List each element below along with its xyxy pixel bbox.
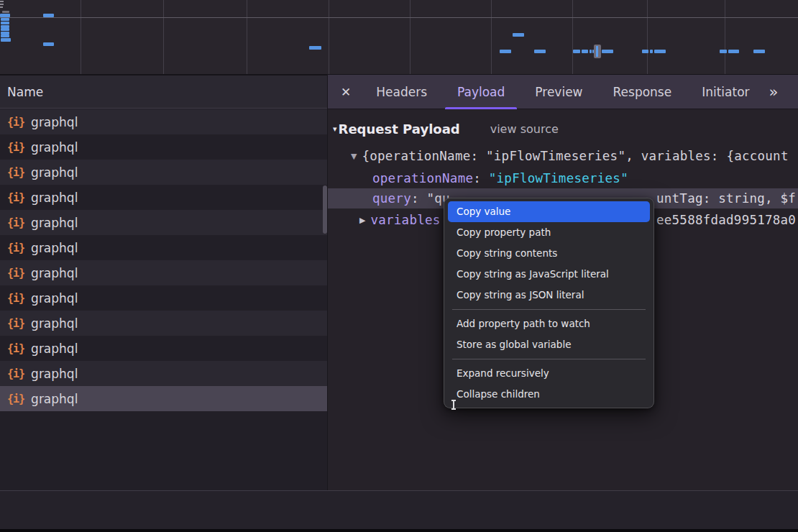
menu-item-copy-property-path[interactable]: Copy property path: [448, 222, 650, 243]
tab-label: Preview: [535, 85, 582, 99]
menu-separator: [452, 359, 646, 359]
json-key: operationName: [372, 171, 473, 185]
menu-item-copy-string-as-json-literal[interactable]: Copy string as JSON literal: [448, 285, 650, 306]
selected-tab-underline: [445, 107, 517, 109]
timeline-gridline: [163, 0, 164, 74]
timeline-gridline: [329, 0, 329, 74]
payload-root-row[interactable]: ▼ {operationName: "ipFlowTimeseries", va…: [328, 146, 798, 166]
timeline-gridline: [725, 0, 725, 74]
network-overview[interactable]: [0, 0, 798, 75]
tab-payload[interactable]: Payload: [442, 75, 520, 109]
timeline-edge-tick: [0, 6, 3, 8]
request-row[interactable]: {i}graphql: [0, 285, 327, 311]
tab-label: Response: [613, 85, 672, 99]
json-fetch-icon: {i}: [7, 216, 24, 229]
menu-separator: [452, 309, 646, 310]
key-colon: :: [411, 191, 427, 206]
name-column-header[interactable]: Name: [0, 75, 327, 109]
timeline-request-bar[interactable]: [1, 35, 9, 37]
menu-item-copy-string-contents[interactable]: Copy string contents: [448, 243, 650, 264]
menu-item-collapse-children[interactable]: Collapse children: [448, 384, 650, 405]
expanded-caret-icon[interactable]: ▼: [351, 152, 357, 161]
menu-item-store-as-global-variable[interactable]: Store as global variable: [448, 334, 650, 355]
timeline-request-bar[interactable]: [753, 50, 765, 53]
detail-tab-bar: ✕ HeadersPayloadPreviewResponseInitiator…: [328, 75, 798, 109]
timeline-request-bar[interactable]: [602, 50, 613, 53]
close-icon[interactable]: ✕: [341, 85, 351, 99]
timeline-request-bar[interactable]: [534, 50, 546, 53]
request-name: graphql: [31, 291, 78, 306]
request-row[interactable]: {i}graphql: [0, 311, 327, 336]
json-key: query: [372, 191, 411, 206]
timeline-request-bar[interactable]: [582, 50, 588, 53]
tab-label: Initiator: [702, 85, 749, 99]
timeline-request-bar[interactable]: [43, 14, 54, 17]
timeline-gridline-horizontal: [0, 17, 798, 18]
timeline-request-bar[interactable]: [43, 42, 54, 46]
request-row[interactable]: {i}graphql: [0, 109, 327, 134]
tab-label: Payload: [457, 85, 505, 99]
key-colon: :: [473, 171, 489, 185]
timeline-request-bar[interactable]: [728, 50, 739, 53]
timeline-request-bar[interactable]: [309, 46, 321, 50]
json-fetch-icon: {i}: [7, 141, 24, 154]
timeline-request-bar[interactable]: [650, 50, 653, 53]
request-row[interactable]: {i}graphql: [0, 361, 327, 386]
section-collapse-icon[interactable]: ▾: [333, 124, 337, 134]
tab-label: Headers: [376, 85, 427, 99]
tab-response[interactable]: Response: [598, 75, 687, 109]
request-row[interactable]: {i}graphql: [0, 210, 327, 235]
name-column-label: Name: [7, 85, 43, 99]
variables-preview-clipped: ee5588fdad995178a0: [656, 213, 796, 227]
request-name: graphql: [31, 115, 78, 129]
tab-preview[interactable]: Preview: [520, 75, 597, 109]
timeline-request-bar[interactable]: [0, 14, 10, 17]
view-source-link[interactable]: view source: [490, 122, 559, 136]
request-row[interactable]: {i}graphql: [0, 185, 327, 210]
timeline-request-bar[interactable]: [1, 18, 9, 21]
json-fetch-icon: {i}: [7, 191, 24, 204]
request-row[interactable]: {i}graphql: [0, 336, 327, 361]
window-bottom-edge: [0, 529, 798, 532]
timeline-request-bar[interactable]: [513, 33, 524, 37]
menu-item-copy-string-as-javascript-literal[interactable]: Copy string as JavaScript literal: [448, 264, 650, 285]
json-fetch-icon: {i}: [7, 367, 24, 380]
json-string-value: "ipFlowTimeseries": [489, 171, 628, 185]
menu-item-expand-recursively[interactable]: Expand recursively: [448, 363, 650, 384]
collapsed-caret-icon[interactable]: ▶: [359, 216, 365, 225]
request-list: {i}graphql{i}graphql{i}graphql{i}graphql…: [0, 109, 327, 411]
json-key: variables: [370, 213, 440, 227]
timeline-gridline: [491, 0, 492, 74]
request-row[interactable]: {i}graphql: [0, 386, 327, 411]
status-bar: [0, 491, 798, 529]
menu-item-add-property-path-to-watch[interactable]: Add property path to watch: [448, 313, 650, 334]
json-fetch-icon: {i}: [7, 292, 24, 305]
tab-initiator[interactable]: Initiator: [687, 75, 764, 109]
request-name: graphql: [31, 341, 78, 356]
timeline-request-bar[interactable]: [720, 50, 727, 53]
timeline-hover-marker-bar: [596, 46, 598, 57]
timeline-request-bar[interactable]: [654, 50, 666, 53]
json-string-value-clipped: untTag: string, $f: [656, 191, 796, 206]
timeline-request-bar[interactable]: [1, 28, 9, 31]
timeline-request-bar[interactable]: [590, 50, 592, 53]
timeline-request-bar[interactable]: [1, 22, 9, 24]
request-name: graphql: [31, 191, 78, 205]
menu-item-copy-value[interactable]: Copy value: [448, 201, 650, 222]
request-row[interactable]: {i}graphql: [0, 160, 327, 185]
operation-name-row[interactable]: operationName: "ipFlowTimeseries": [328, 168, 798, 188]
timeline-request-bar[interactable]: [500, 50, 511, 53]
more-tabs-icon[interactable]: »: [769, 83, 779, 101]
timeline-request-bar[interactable]: [642, 50, 648, 53]
request-row[interactable]: {i}graphql: [0, 235, 327, 260]
request-name: graphql: [31, 316, 78, 331]
request-row[interactable]: {i}graphql: [0, 134, 327, 160]
timeline-gridline: [81, 0, 81, 74]
request-payload-section-header[interactable]: ▾ Request Payload view source: [328, 119, 798, 138]
timeline-request-bar[interactable]: [573, 50, 580, 53]
tab-headers[interactable]: Headers: [361, 75, 442, 109]
tab-strip: HeadersPayloadPreviewResponseInitiator: [361, 75, 764, 109]
timeline-request-bar[interactable]: [1, 38, 11, 42]
request-row[interactable]: {i}graphql: [0, 260, 327, 285]
request-name: graphql: [31, 140, 78, 155]
